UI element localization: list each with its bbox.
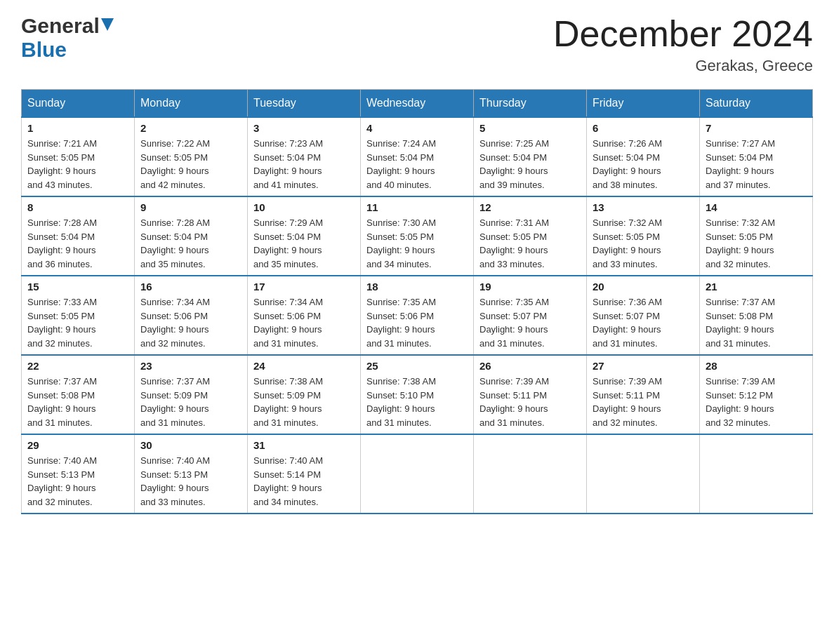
calendar-cell: 23 Sunrise: 7:37 AM Sunset: 5:09 PM Dayl… [135,355,248,434]
calendar-cell: 5 Sunrise: 7:25 AM Sunset: 5:04 PM Dayli… [474,117,587,196]
day-number: 3 [253,122,355,134]
calendar-cell: 28 Sunrise: 7:39 AM Sunset: 5:12 PM Dayl… [700,355,813,434]
day-info: Sunrise: 7:32 AM Sunset: 5:05 PM Dayligh… [593,216,694,271]
weekday-header-friday: Friday [587,90,700,118]
weekday-header-saturday: Saturday [700,90,813,118]
page-header: General Blue December 2024 Gerakas, Gree… [21,14,813,75]
day-number: 16 [140,281,241,293]
day-number: 28 [706,360,807,372]
weekday-header-thursday: Thursday [474,90,587,118]
day-info: Sunrise: 7:27 AM Sunset: 5:04 PM Dayligh… [706,137,807,192]
day-info: Sunrise: 7:39 AM Sunset: 5:12 PM Dayligh… [706,375,807,429]
day-info: Sunrise: 7:39 AM Sunset: 5:11 PM Dayligh… [479,375,581,429]
day-number: 11 [366,201,468,213]
day-info: Sunrise: 7:28 AM Sunset: 5:04 PM Dayligh… [140,216,241,271]
day-number: 20 [593,281,694,293]
calendar-cell: 10 Sunrise: 7:29 AM Sunset: 5:04 PM Dayl… [248,196,361,276]
day-number: 13 [593,201,694,213]
weekday-header-tuesday: Tuesday [248,90,361,118]
calendar-cell: 13 Sunrise: 7:32 AM Sunset: 5:05 PM Dayl… [587,196,700,276]
day-info: Sunrise: 7:30 AM Sunset: 5:05 PM Dayligh… [366,216,468,271]
day-info: Sunrise: 7:40 AM Sunset: 5:13 PM Dayligh… [27,454,128,509]
day-number: 29 [27,439,128,451]
day-info: Sunrise: 7:40 AM Sunset: 5:13 PM Dayligh… [140,454,241,509]
day-info: Sunrise: 7:29 AM Sunset: 5:04 PM Dayligh… [253,216,355,271]
day-info: Sunrise: 7:37 AM Sunset: 5:08 PM Dayligh… [27,375,128,429]
day-number: 21 [706,281,807,293]
day-number: 18 [366,281,468,293]
day-number: 27 [593,360,694,372]
calendar-cell: 12 Sunrise: 7:31 AM Sunset: 5:05 PM Dayl… [474,196,587,276]
day-number: 31 [253,439,355,451]
day-number: 5 [479,122,581,134]
day-info: Sunrise: 7:24 AM Sunset: 5:04 PM Dayligh… [366,137,468,192]
day-info: Sunrise: 7:39 AM Sunset: 5:11 PM Dayligh… [593,375,694,429]
day-info: Sunrise: 7:40 AM Sunset: 5:14 PM Dayligh… [253,454,355,509]
svg-marker-0 [101,18,114,31]
calendar-week-row: 8 Sunrise: 7:28 AM Sunset: 5:04 PM Dayli… [22,196,813,276]
calendar-cell [700,434,813,514]
day-number: 9 [140,201,241,213]
day-number: 2 [140,122,241,134]
weekday-header-wednesday: Wednesday [361,90,474,118]
day-number: 14 [706,201,807,213]
day-number: 22 [27,360,128,372]
logo-general-text: General [21,14,100,38]
calendar-cell: 29 Sunrise: 7:40 AM Sunset: 5:13 PM Dayl… [22,434,135,514]
calendar-cell: 21 Sunrise: 7:37 AM Sunset: 5:08 PM Dayl… [700,276,813,355]
calendar-cell: 24 Sunrise: 7:38 AM Sunset: 5:09 PM Dayl… [248,355,361,434]
day-info: Sunrise: 7:35 AM Sunset: 5:06 PM Dayligh… [366,295,468,350]
day-info: Sunrise: 7:25 AM Sunset: 5:04 PM Dayligh… [479,137,581,192]
calendar-cell: 18 Sunrise: 7:35 AM Sunset: 5:06 PM Dayl… [361,276,474,355]
calendar-week-row: 1 Sunrise: 7:21 AM Sunset: 5:05 PM Dayli… [22,117,813,196]
logo: General Blue [21,14,114,62]
day-number: 15 [27,281,128,293]
calendar-cell: 20 Sunrise: 7:36 AM Sunset: 5:07 PM Dayl… [587,276,700,355]
day-info: Sunrise: 7:37 AM Sunset: 5:08 PM Dayligh… [706,295,807,350]
weekday-header-monday: Monday [135,90,248,118]
day-info: Sunrise: 7:38 AM Sunset: 5:09 PM Dayligh… [253,375,355,429]
calendar-table: SundayMondayTuesdayWednesdayThursdayFrid… [21,89,813,514]
day-number: 8 [27,201,128,213]
calendar-cell: 7 Sunrise: 7:27 AM Sunset: 5:04 PM Dayli… [700,117,813,196]
day-number: 23 [140,360,241,372]
calendar-header-row: SundayMondayTuesdayWednesdayThursdayFrid… [22,90,813,118]
calendar-cell: 14 Sunrise: 7:32 AM Sunset: 5:05 PM Dayl… [700,196,813,276]
day-info: Sunrise: 7:28 AM Sunset: 5:04 PM Dayligh… [27,216,128,271]
day-number: 25 [366,360,468,372]
calendar-cell: 27 Sunrise: 7:39 AM Sunset: 5:11 PM Dayl… [587,355,700,434]
logo-arrow-icon [101,18,114,34]
calendar-cell: 26 Sunrise: 7:39 AM Sunset: 5:11 PM Dayl… [474,355,587,434]
calendar-cell: 19 Sunrise: 7:35 AM Sunset: 5:07 PM Dayl… [474,276,587,355]
calendar-cell: 25 Sunrise: 7:38 AM Sunset: 5:10 PM Dayl… [361,355,474,434]
day-info: Sunrise: 7:37 AM Sunset: 5:09 PM Dayligh… [140,375,241,429]
day-info: Sunrise: 7:38 AM Sunset: 5:10 PM Dayligh… [366,375,468,429]
day-number: 6 [593,122,694,134]
calendar-cell: 8 Sunrise: 7:28 AM Sunset: 5:04 PM Dayli… [22,196,135,276]
calendar-cell: 1 Sunrise: 7:21 AM Sunset: 5:05 PM Dayli… [22,117,135,196]
day-number: 12 [479,201,581,213]
day-info: Sunrise: 7:23 AM Sunset: 5:04 PM Dayligh… [253,137,355,192]
day-info: Sunrise: 7:34 AM Sunset: 5:06 PM Dayligh… [140,295,241,350]
calendar-cell: 22 Sunrise: 7:37 AM Sunset: 5:08 PM Dayl… [22,355,135,434]
calendar-cell: 30 Sunrise: 7:40 AM Sunset: 5:13 PM Dayl… [135,434,248,514]
logo-blue-text: Blue [21,38,67,61]
calendar-cell: 3 Sunrise: 7:23 AM Sunset: 5:04 PM Dayli… [248,117,361,196]
day-number: 10 [253,201,355,213]
day-info: Sunrise: 7:32 AM Sunset: 5:05 PM Dayligh… [706,216,807,271]
day-number: 19 [479,281,581,293]
calendar-cell: 2 Sunrise: 7:22 AM Sunset: 5:05 PM Dayli… [135,117,248,196]
location: Gerakas, Greece [553,57,813,75]
day-number: 4 [366,122,468,134]
day-info: Sunrise: 7:31 AM Sunset: 5:05 PM Dayligh… [479,216,581,271]
title-area: December 2024 Gerakas, Greece [553,14,813,75]
calendar-cell: 15 Sunrise: 7:33 AM Sunset: 5:05 PM Dayl… [22,276,135,355]
calendar-week-row: 22 Sunrise: 7:37 AM Sunset: 5:08 PM Dayl… [22,355,813,434]
weekday-header-sunday: Sunday [22,90,135,118]
day-info: Sunrise: 7:34 AM Sunset: 5:06 PM Dayligh… [253,295,355,350]
day-info: Sunrise: 7:22 AM Sunset: 5:05 PM Dayligh… [140,137,241,192]
day-number: 1 [27,122,128,134]
day-number: 7 [706,122,807,134]
calendar-cell [361,434,474,514]
day-number: 24 [253,360,355,372]
